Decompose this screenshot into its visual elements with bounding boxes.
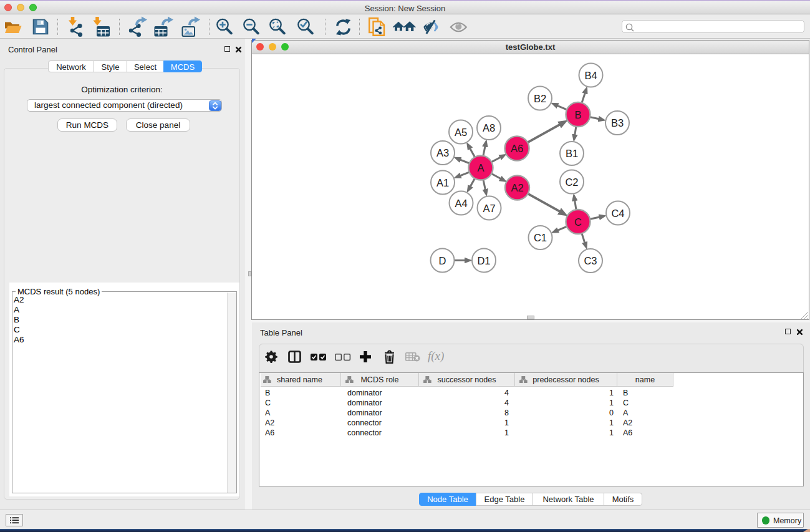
svg-text:C2: C2 xyxy=(565,177,578,188)
svg-text:B2: B2 xyxy=(534,93,546,104)
svg-text:C4: C4 xyxy=(611,208,624,219)
svg-text:C3: C3 xyxy=(584,255,597,266)
svg-text:B3: B3 xyxy=(611,117,624,128)
svg-text:A4: A4 xyxy=(455,198,467,209)
svg-text:B1: B1 xyxy=(566,148,578,159)
svg-text:B: B xyxy=(574,109,581,120)
svg-text:A1: A1 xyxy=(436,177,449,188)
svg-text:C1: C1 xyxy=(534,232,547,243)
svg-text:A8: A8 xyxy=(483,122,495,133)
svg-text:A3: A3 xyxy=(436,147,449,158)
svg-text:D: D xyxy=(439,255,446,266)
svg-text:A5: A5 xyxy=(455,127,467,138)
svg-text:A6: A6 xyxy=(511,143,523,154)
svg-text:A: A xyxy=(477,162,484,173)
svg-text:A2: A2 xyxy=(511,182,523,193)
svg-text:D1: D1 xyxy=(477,255,490,266)
svg-text:B4: B4 xyxy=(584,70,597,81)
svg-text:A7: A7 xyxy=(483,203,495,214)
svg-text:C: C xyxy=(574,216,582,228)
